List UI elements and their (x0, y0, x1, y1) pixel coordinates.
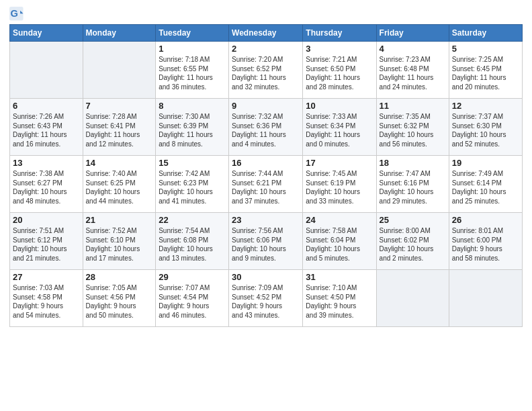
cell-content: Sunrise: 7:25 AM Sunset: 6:45 PM Dayligh… (452, 55, 519, 91)
day-number: 9 (232, 101, 300, 111)
calendar-cell: 31Sunrise: 7:10 AM Sunset: 4:50 PM Dayli… (303, 270, 376, 327)
day-number: 13 (13, 158, 80, 168)
calendar-table: SundayMondayTuesdayWednesdayThursdayFrid… (9, 24, 523, 327)
logo-icon: G (9, 7, 24, 21)
cell-content: Sunrise: 7:54 AM Sunset: 6:08 PM Dayligh… (159, 226, 226, 263)
day-number: 15 (159, 158, 226, 168)
day-number: 21 (86, 215, 153, 225)
cell-content: Sunrise: 7:10 AM Sunset: 4:50 PM Dayligh… (306, 283, 373, 320)
week-row-4: 20Sunrise: 7:51 AM Sunset: 6:12 PM Dayli… (10, 213, 523, 270)
cell-content: Sunrise: 7:58 AM Sunset: 6:04 PM Dayligh… (306, 226, 373, 263)
calendar-cell: 21Sunrise: 7:52 AM Sunset: 6:10 PM Dayli… (83, 213, 156, 270)
cell-content: Sunrise: 7:30 AM Sunset: 6:39 PM Dayligh… (159, 112, 226, 148)
day-number: 5 (452, 44, 519, 54)
svg-text:G: G (10, 8, 17, 19)
cell-content: Sunrise: 7:07 AM Sunset: 4:54 PM Dayligh… (159, 283, 226, 320)
calendar-cell: 16Sunrise: 7:44 AM Sunset: 6:21 PM Dayli… (229, 156, 303, 213)
calendar-cell: 9Sunrise: 7:32 AM Sunset: 6:36 PM Daylig… (229, 99, 303, 156)
weekday-header-tuesday: Tuesday (156, 25, 229, 42)
calendar-cell: 13Sunrise: 7:38 AM Sunset: 6:27 PM Dayli… (10, 156, 83, 213)
cell-content: Sunrise: 7:44 AM Sunset: 6:21 PM Dayligh… (232, 169, 300, 205)
cell-content: Sunrise: 7:45 AM Sunset: 6:19 PM Dayligh… (306, 169, 373, 205)
calendar-cell: 11Sunrise: 7:35 AM Sunset: 6:32 PM Dayli… (376, 99, 449, 156)
cell-content: Sunrise: 7:37 AM Sunset: 6:30 PM Dayligh… (452, 112, 519, 148)
calendar-cell: 1Sunrise: 7:18 AM Sunset: 6:55 PM Daylig… (156, 42, 229, 99)
day-number: 11 (380, 101, 446, 111)
cell-content: Sunrise: 7:03 AM Sunset: 4:58 PM Dayligh… (13, 283, 80, 320)
weekday-header-sunday: Sunday (10, 25, 83, 42)
calendar-cell: 5Sunrise: 7:25 AM Sunset: 6:45 PM Daylig… (449, 42, 522, 99)
calendar-container: G SundayMondayTuesdayWednesdayThursdayFr… (0, 0, 532, 334)
cell-content: Sunrise: 7:56 AM Sunset: 6:06 PM Dayligh… (232, 226, 300, 263)
cell-content: Sunrise: 7:51 AM Sunset: 6:12 PM Dayligh… (13, 226, 80, 263)
header: G (9, 7, 523, 21)
cell-content: Sunrise: 7:47 AM Sunset: 6:16 PM Dayligh… (380, 169, 446, 205)
weekday-header-monday: Monday (83, 25, 156, 42)
calendar-cell: 30Sunrise: 7:09 AM Sunset: 4:52 PM Dayli… (229, 270, 303, 327)
calendar-cell (83, 42, 156, 99)
day-number: 4 (380, 44, 446, 54)
calendar-cell: 12Sunrise: 7:37 AM Sunset: 6:30 PM Dayli… (449, 99, 522, 156)
calendar-cell (10, 42, 83, 99)
cell-content: Sunrise: 7:21 AM Sunset: 6:50 PM Dayligh… (306, 55, 373, 91)
calendar-cell: 22Sunrise: 7:54 AM Sunset: 6:08 PM Dayli… (156, 213, 229, 270)
day-number: 30 (232, 272, 300, 282)
cell-content: Sunrise: 7:26 AM Sunset: 6:43 PM Dayligh… (13, 112, 80, 148)
cell-content: Sunrise: 7:40 AM Sunset: 6:25 PM Dayligh… (86, 169, 153, 205)
day-number: 22 (159, 215, 226, 225)
calendar-cell: 18Sunrise: 7:47 AM Sunset: 6:16 PM Dayli… (376, 156, 449, 213)
logo: G (9, 7, 26, 21)
calendar-cell: 19Sunrise: 7:49 AM Sunset: 6:14 PM Dayli… (449, 156, 522, 213)
week-row-2: 6Sunrise: 7:26 AM Sunset: 6:43 PM Daylig… (10, 99, 523, 156)
day-number: 1 (159, 44, 226, 54)
calendar-cell: 15Sunrise: 7:42 AM Sunset: 6:23 PM Dayli… (156, 156, 229, 213)
day-number: 17 (306, 158, 373, 168)
calendar-cell: 20Sunrise: 7:51 AM Sunset: 6:12 PM Dayli… (10, 213, 83, 270)
cell-content: Sunrise: 7:42 AM Sunset: 6:23 PM Dayligh… (159, 169, 226, 205)
weekday-header-thursday: Thursday (303, 25, 376, 42)
weekday-header-saturday: Saturday (449, 25, 522, 42)
weekday-header-row: SundayMondayTuesdayWednesdayThursdayFrid… (10, 25, 523, 42)
calendar-cell: 10Sunrise: 7:33 AM Sunset: 6:34 PM Dayli… (303, 99, 376, 156)
day-number: 18 (380, 158, 446, 168)
day-number: 20 (13, 215, 80, 225)
calendar-cell: 14Sunrise: 7:40 AM Sunset: 6:25 PM Dayli… (83, 156, 156, 213)
calendar-cell: 27Sunrise: 7:03 AM Sunset: 4:58 PM Dayli… (10, 270, 83, 327)
cell-content: Sunrise: 7:18 AM Sunset: 6:55 PM Dayligh… (159, 55, 226, 91)
day-number: 24 (306, 215, 373, 225)
calendar-cell: 3Sunrise: 7:21 AM Sunset: 6:50 PM Daylig… (303, 42, 376, 99)
calendar-cell: 28Sunrise: 7:05 AM Sunset: 4:56 PM Dayli… (83, 270, 156, 327)
cell-content: Sunrise: 7:20 AM Sunset: 6:52 PM Dayligh… (232, 55, 300, 91)
calendar-cell: 17Sunrise: 7:45 AM Sunset: 6:19 PM Dayli… (303, 156, 376, 213)
cell-content: Sunrise: 7:38 AM Sunset: 6:27 PM Dayligh… (13, 169, 80, 205)
weekday-header-friday: Friday (376, 25, 449, 42)
day-number: 10 (306, 101, 373, 111)
day-number: 12 (452, 101, 519, 111)
cell-content: Sunrise: 7:23 AM Sunset: 6:48 PM Dayligh… (380, 55, 446, 91)
day-number: 19 (452, 158, 519, 168)
calendar-cell: 29Sunrise: 7:07 AM Sunset: 4:54 PM Dayli… (156, 270, 229, 327)
day-number: 14 (86, 158, 153, 168)
calendar-cell: 7Sunrise: 7:28 AM Sunset: 6:41 PM Daylig… (83, 99, 156, 156)
week-row-5: 27Sunrise: 7:03 AM Sunset: 4:58 PM Dayli… (10, 270, 523, 327)
calendar-cell (376, 270, 449, 327)
day-number: 27 (13, 272, 80, 282)
calendar-cell: 23Sunrise: 7:56 AM Sunset: 6:06 PM Dayli… (229, 213, 303, 270)
day-number: 28 (86, 272, 153, 282)
calendar-cell: 25Sunrise: 8:00 AM Sunset: 6:02 PM Dayli… (376, 213, 449, 270)
day-number: 23 (232, 215, 300, 225)
day-number: 3 (306, 44, 373, 54)
cell-content: Sunrise: 7:52 AM Sunset: 6:10 PM Dayligh… (86, 226, 153, 263)
calendar-cell: 24Sunrise: 7:58 AM Sunset: 6:04 PM Dayli… (303, 213, 376, 270)
calendar-cell (449, 270, 522, 327)
calendar-cell: 2Sunrise: 7:20 AM Sunset: 6:52 PM Daylig… (229, 42, 303, 99)
cell-content: Sunrise: 7:35 AM Sunset: 6:32 PM Dayligh… (380, 112, 446, 148)
day-number: 29 (159, 272, 226, 282)
cell-content: Sunrise: 7:09 AM Sunset: 4:52 PM Dayligh… (232, 283, 300, 320)
day-number: 16 (232, 158, 300, 168)
cell-content: Sunrise: 8:00 AM Sunset: 6:02 PM Dayligh… (380, 226, 446, 263)
week-row-1: 1Sunrise: 7:18 AM Sunset: 6:55 PM Daylig… (10, 42, 523, 99)
calendar-cell: 8Sunrise: 7:30 AM Sunset: 6:39 PM Daylig… (156, 99, 229, 156)
day-number: 26 (452, 215, 519, 225)
cell-content: Sunrise: 7:49 AM Sunset: 6:14 PM Dayligh… (452, 169, 519, 205)
